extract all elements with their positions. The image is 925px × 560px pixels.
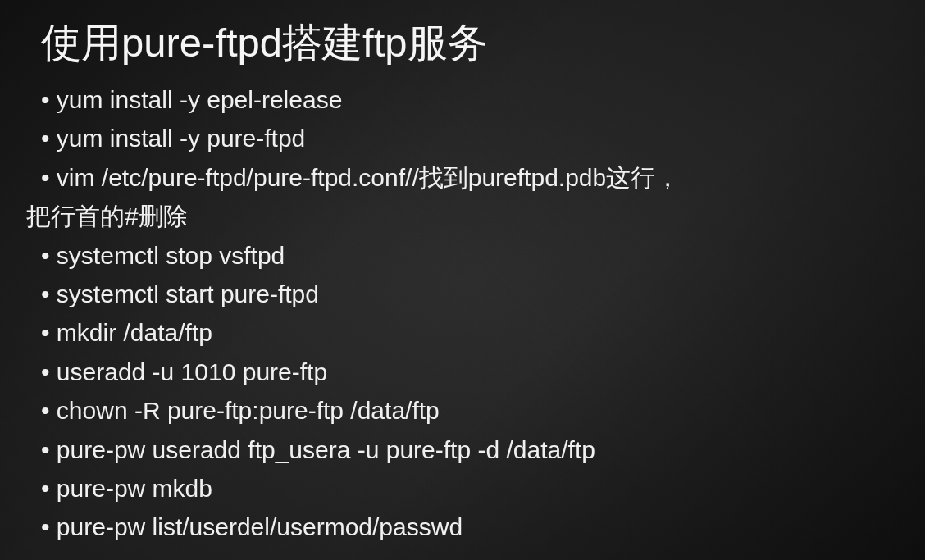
list-item: • yum install -y pure-ftpd bbox=[41, 119, 884, 157]
bullet-icon: • bbox=[41, 358, 50, 385]
list-item: • chown -R pure-ftp:pure-ftp /data/ftp bbox=[41, 391, 884, 430]
bullet-icon: • bbox=[41, 475, 50, 502]
bullet-icon: • bbox=[41, 164, 50, 191]
item-text: mkdir /data/ftp bbox=[57, 319, 212, 346]
bullet-icon: • bbox=[41, 397, 50, 424]
list-item: • systemctl start pure-ftpd bbox=[41, 275, 884, 313]
item-text: vim /etc/pure-ftpd/pure-ftpd.conf//找到pur… bbox=[57, 164, 680, 191]
bullet-icon: • bbox=[41, 319, 50, 346]
item-text: yum install -y epel-release bbox=[57, 86, 342, 113]
bullet-icon: • bbox=[41, 86, 50, 113]
list-item: • mkdir /data/ftp bbox=[41, 313, 884, 352]
item-text: useradd -u 1010 pure-ftp bbox=[57, 358, 327, 385]
list-item: • vim /etc/pure-ftpd/pure-ftpd.conf//找到p… bbox=[41, 158, 884, 197]
bullet-icon: • bbox=[41, 436, 50, 463]
list-item: • systemctl stop vsftpd bbox=[41, 236, 884, 275]
item-text: chown -R pure-ftp:pure-ftp /data/ftp bbox=[57, 397, 440, 424]
bullet-icon: • bbox=[41, 242, 50, 269]
item-text: pure-pw useradd ftp_usera -u pure-ftp -d… bbox=[57, 436, 595, 463]
bullet-icon: • bbox=[41, 280, 50, 307]
list-item: • useradd -u 1010 pure-ftp bbox=[41, 353, 884, 391]
item-text: systemctl start pure-ftpd bbox=[57, 280, 319, 307]
slide-content: 使用pure-ftpd搭建ftp服务 • yum install -y epel… bbox=[41, 16, 884, 547]
list-item: • pure-pw mkdb bbox=[41, 469, 884, 508]
list-item: • yum install -y epel-release bbox=[41, 80, 884, 119]
slide-title: 使用pure-ftpd搭建ftp服务 bbox=[41, 16, 884, 71]
item-text: pure-pw list/userdel/usermod/passwd bbox=[57, 513, 462, 540]
list-item: • pure-pw useradd ftp_usera -u pure-ftp … bbox=[41, 430, 884, 469]
item-text: pure-pw mkdb bbox=[57, 475, 212, 502]
list-item: • pure-pw list/userdel/usermod/passwd bbox=[41, 508, 884, 546]
bullet-icon: • bbox=[41, 125, 50, 152]
item-text: yum install -y pure-ftpd bbox=[57, 125, 305, 152]
item-text: systemctl stop vsftpd bbox=[57, 242, 285, 269]
bullet-icon: • bbox=[41, 513, 50, 540]
item-continuation: 把行首的#删除 bbox=[26, 197, 884, 235]
